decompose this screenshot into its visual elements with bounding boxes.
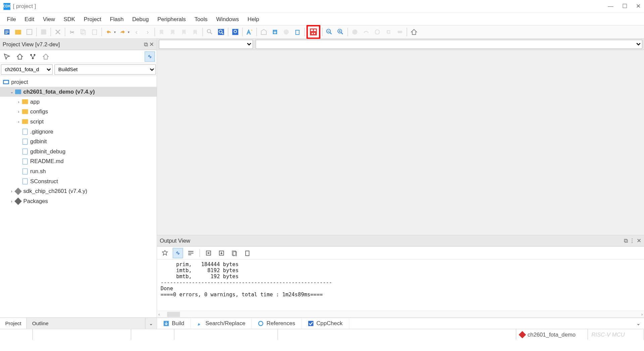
clean-icon[interactable] (292, 27, 303, 37)
output-hscroll[interactable]: ‹ › (157, 310, 644, 317)
panel-detach-icon[interactable]: ⧉ (144, 41, 148, 48)
svg-rect-2 (5, 32, 8, 33)
output-text[interactable]: prim, 184444 bytes imtb, 8192 bytes bmtb… (157, 259, 644, 310)
menu-file[interactable]: File (3, 14, 20, 24)
project-select[interactable]: ch2601_fota_d (1, 64, 53, 74)
menu-debug[interactable]: Debug (128, 14, 153, 24)
tab-build[interactable]: Build (157, 318, 191, 329)
cut-icon[interactable]: ✂ (67, 27, 77, 37)
output-paste-icon[interactable] (242, 248, 253, 258)
output-pin-tab-icon[interactable] (160, 248, 170, 258)
debug-step-out-icon[interactable] (383, 27, 394, 37)
build-download-icon[interactable] (270, 27, 280, 37)
link-editor-icon[interactable] (145, 51, 155, 62)
minimize-button[interactable]: — (608, 3, 613, 9)
close-icon[interactable] (53, 27, 63, 37)
redo-dropdown[interactable]: ▾ (128, 30, 129, 34)
menu-project[interactable]: Project (79, 14, 106, 24)
menu-view[interactable]: View (39, 14, 59, 24)
menu-help[interactable]: Help (243, 14, 263, 24)
find-resource-icon[interactable] (230, 27, 240, 37)
tree-item-gdbinit[interactable]: gdbinit (0, 137, 157, 147)
tab-project[interactable]: Project (0, 318, 27, 329)
tab-outline[interactable]: Outline (27, 318, 145, 329)
tree-item-readme[interactable]: README.md (0, 156, 157, 166)
output-copy-icon[interactable] (229, 248, 239, 258)
tree-item-script[interactable]: › script (0, 116, 157, 127)
buildset-select[interactable]: BuildSet (54, 64, 156, 74)
menu-windows[interactable]: Windows (212, 14, 244, 24)
tree-item-sdk-chip[interactable]: › sdk_chip_ch2601 (v7.4.y) (0, 186, 157, 196)
tree-item-sconstruct[interactable]: SConstruct (0, 176, 157, 186)
menu-sdk[interactable]: SDK (59, 14, 79, 24)
output-wrap-icon[interactable] (185, 248, 196, 258)
menu-edit[interactable]: Edit (20, 14, 39, 24)
tree-item-gitignore[interactable]: .gitignore (0, 127, 157, 137)
undo-dropdown[interactable]: ▾ (114, 30, 116, 34)
bottom-tabs-chevron-icon[interactable]: ⌄ (633, 318, 644, 329)
zoom-in-icon[interactable] (335, 27, 346, 37)
tree-item-packages[interactable]: › Packages (0, 196, 157, 206)
output-save-icon[interactable] (216, 248, 227, 258)
stop-build-icon[interactable] (281, 27, 291, 37)
debug-start-icon[interactable] (350, 27, 360, 37)
bookmark-next-icon[interactable] (179, 27, 190, 37)
tree-item-app[interactable]: › app (0, 97, 157, 107)
menu-tools[interactable]: Tools (190, 14, 212, 24)
tab-search-replace[interactable]: Search/Replace (191, 318, 252, 329)
zoom-out-icon[interactable] (324, 27, 335, 37)
debug-continue-icon[interactable] (394, 27, 405, 37)
output-pin-icon[interactable]: ⋮ (629, 237, 635, 244)
tree-item-gdbinit-debug[interactable]: gdbinit_debug (0, 146, 157, 156)
svg-point-11 (207, 30, 211, 33)
project-tree[interactable]: project ⌄ ch2601_fota_demo (v7.4.y) › ap… (0, 76, 157, 317)
tree-item-runsh[interactable]: run.sh (0, 166, 157, 176)
highlight-icon[interactable] (216, 27, 226, 37)
output-link-icon[interactable] (173, 248, 183, 258)
debug-step-over-icon[interactable] (361, 27, 371, 37)
menu-peripherals[interactable]: Peripherals (153, 14, 190, 24)
output-close-icon[interactable]: ✕ (637, 237, 641, 244)
close-button[interactable]: ✕ (636, 3, 641, 9)
tab-cppcheck[interactable]: CppCheck (302, 318, 349, 329)
nav-back-icon[interactable]: ‹ (131, 27, 142, 37)
new-file-icon[interactable] (2, 27, 12, 37)
open-folder-icon[interactable] (13, 27, 23, 37)
save-icon[interactable] (39, 27, 49, 37)
tab-references[interactable]: References (252, 318, 302, 329)
panel-close-icon[interactable]: ✕ (149, 41, 154, 48)
hierarchy-icon[interactable] (28, 51, 38, 62)
maximize-button[interactable]: ☐ (622, 3, 627, 9)
flash-download-icon[interactable] (308, 27, 319, 37)
symbol-select[interactable] (256, 40, 642, 49)
undo-icon[interactable] (104, 27, 114, 37)
highlight-word-icon[interactable] (244, 27, 255, 37)
paste-icon[interactable] (89, 27, 100, 37)
output-clear-icon[interactable] (203, 248, 214, 258)
home-icon[interactable] (409, 27, 419, 37)
svg-rect-4 (27, 30, 32, 35)
bookmark-prev-icon[interactable] (168, 27, 178, 37)
svg-rect-24 (314, 30, 316, 31)
output-detach-icon[interactable]: ⧉ (624, 237, 628, 244)
tree-root[interactable]: project (0, 77, 157, 87)
menu-flash[interactable]: Flash (106, 14, 128, 24)
svg-rect-8 (81, 30, 84, 34)
nav-forward-icon[interactable]: › (143, 27, 153, 37)
find-icon[interactable] (205, 27, 215, 37)
navigate-icon[interactable] (2, 51, 12, 62)
scope-select[interactable] (159, 40, 253, 49)
home-view-icon[interactable] (15, 51, 25, 62)
bookmark-toggle-icon[interactable] (157, 27, 167, 37)
tree-item-configs[interactable]: › configs (0, 107, 157, 117)
copy-icon[interactable] (78, 27, 89, 37)
debug-step-into-icon[interactable] (372, 27, 382, 37)
panel-tabs-chevron-icon[interactable]: ⌄ (146, 318, 157, 329)
tree-item-demo[interactable]: ⌄ ch2601_fota_demo (v7.4.y) (0, 87, 157, 97)
home2-icon[interactable] (41, 51, 51, 62)
reload-icon[interactable] (24, 27, 35, 37)
bookmark-clear-icon[interactable] (191, 27, 201, 37)
project-view-title: Project View [v7.2-dev] (3, 41, 60, 47)
redo-icon[interactable] (117, 27, 128, 37)
build-icon[interactable] (259, 27, 269, 37)
